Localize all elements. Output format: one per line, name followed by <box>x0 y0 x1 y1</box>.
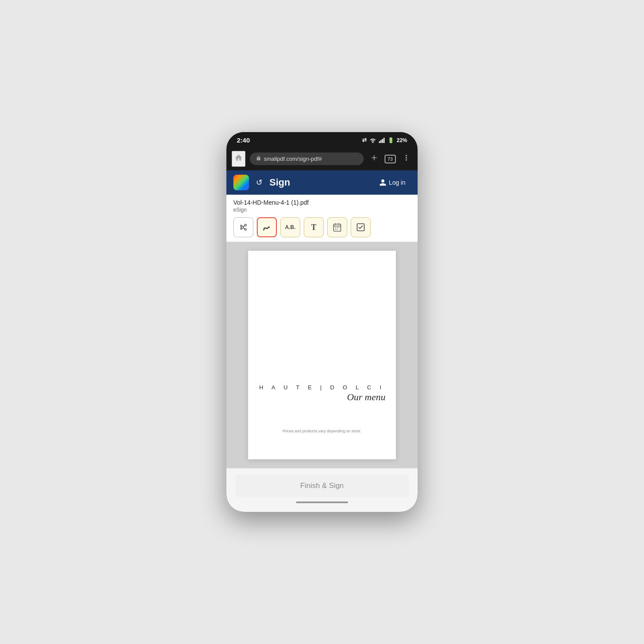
svg-rect-2 <box>382 139 383 143</box>
initials-tool-button[interactable]: A.B. <box>280 217 300 237</box>
svg-point-5 <box>245 224 246 226</box>
date-tool-button[interactable] <box>327 217 347 237</box>
app-logo <box>233 175 249 190</box>
status-icons: ⇄ 🔋 22% <box>362 137 407 143</box>
status-bar: 2:40 ⇄ 🔋 22% <box>226 132 418 147</box>
toolbar-area: Vol-14-HD-Menu-4-1 (1).pdf eSign <box>226 195 418 242</box>
address-bar[interactable]: smallpdf.com/sign-pdf# <box>250 153 364 165</box>
svg-point-6 <box>245 229 246 230</box>
new-tab-button[interactable] <box>368 152 380 166</box>
file-name: Vol-14-HD-Menu-4-1 (1).pdf <box>233 199 411 206</box>
svg-rect-3 <box>383 138 385 143</box>
browser-home-button[interactable] <box>232 151 246 167</box>
file-subtitle: eSign <box>233 207 411 213</box>
doc-brand-name: H A U T E | D O L C I <box>259 384 385 391</box>
checkbox-tool-button[interactable] <box>351 217 371 237</box>
app-title: Sign <box>269 177 368 188</box>
svg-point-9 <box>240 225 242 226</box>
share-tool-button[interactable] <box>233 217 253 237</box>
tool-buttons: A.B. T <box>233 217 411 237</box>
battery-percent: 22% <box>397 137 407 143</box>
document-page: H A U T E | D O L C I Our menu Prices an… <box>248 251 396 459</box>
reload-button[interactable]: ↺ <box>254 176 264 189</box>
lock-icon <box>256 156 261 162</box>
status-time: 2:40 <box>237 136 250 144</box>
text-label: T <box>311 223 316 232</box>
tab-count-button[interactable]: 73 <box>385 155 396 163</box>
text-tool-button[interactable]: T <box>304 217 324 237</box>
svg-line-8 <box>243 228 245 229</box>
sync-icon: ⇄ <box>362 137 367 143</box>
signal-icon <box>379 138 385 143</box>
login-label: Log in <box>389 179 405 186</box>
svg-rect-1 <box>380 140 382 143</box>
phone-frame: 2:40 ⇄ 🔋 22% <box>226 132 418 512</box>
signature-tool-button[interactable] <box>257 217 277 237</box>
address-text: smallpdf.com/sign-pdf# <box>264 156 358 162</box>
svg-line-7 <box>243 226 245 227</box>
svg-point-10 <box>240 228 242 229</box>
svg-rect-0 <box>379 141 380 143</box>
bottom-bar: Finish & Sign <box>226 468 418 512</box>
finish-sign-button[interactable]: Finish & Sign <box>235 475 409 497</box>
browser-nav: smallpdf.com/sign-pdf# 73 <box>226 147 418 170</box>
initials-label: A.B. <box>285 224 295 230</box>
app-header: ↺ Sign Log in <box>226 170 418 195</box>
browser-menu-button[interactable] <box>400 152 412 166</box>
home-indicator <box>296 501 348 503</box>
login-button[interactable]: Log in <box>374 176 411 189</box>
document-area: H A U T E | D O L C I Our menu Prices an… <box>226 242 418 468</box>
battery-icon: 🔋 <box>388 137 394 143</box>
doc-brand-script: Our menu <box>259 392 385 403</box>
doc-disclaimer: Prices and products vary depending on st… <box>282 429 361 433</box>
wifi-icon <box>369 138 376 143</box>
